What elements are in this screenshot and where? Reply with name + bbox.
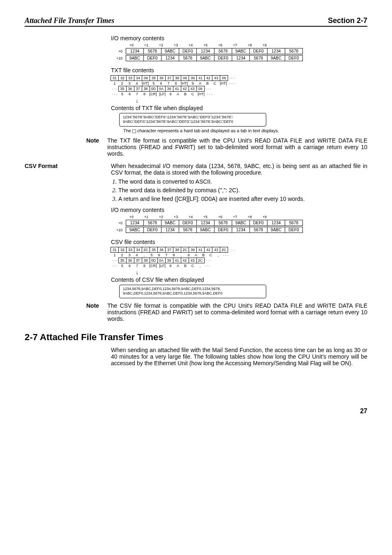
io-mem-row0-b: 123456789ABCDEF0123456789ABCDEF012345678 [126,220,303,226]
section-heading: 2-7 Attached File Transfer Times [25,332,367,343]
csv-steps: The word data is converted to ASCII. The… [111,178,367,203]
list-item: A return and line feed ([CR][LF]: 0D0A) … [118,196,367,203]
header-right: Section 2-7 [328,16,367,25]
txt-asc-row1: 1234[HT]5678[HT]9ABC[HT]· · · [111,81,367,86]
io-mem-row1-b: 9ABCDEF0123456789ABCDEF0123456789ABCDEF0 [126,227,303,233]
note-label: Note [86,137,99,157]
io-mem-title: I/O memory contents [111,35,367,41]
list-item: The word data is converted to ASCII. [118,178,367,185]
io-mem-title-2: I/O memory contents [111,207,367,213]
io-mem-table-wrap: +0 123456789ABCDEF0123456789ABCDEF012345… [111,47,367,61]
csv-hex-row1: 313233342C353637382C394142432C· · · [111,247,367,253]
note-body: The CSV file format is compatible with t… [107,302,367,322]
csv-asc-row2: · · ·5678[CR][LF]9ABC,· · · [111,263,367,268]
txt-hex-row1: 313233340935363738093941424309· · · [111,75,367,81]
csv-format-block: CSV Format When hexadecimal I/O memory d… [25,163,367,298]
io-mem-col-labels: +0+1+2+3+4+5+6+7+8+9 [124,43,367,47]
csv-disp-title: Contents of CSV file when displayed [111,276,367,283]
note-body: The TXT file format is compatible with t… [107,137,367,157]
io-mem-row1: 9ABCDEF0123456789ABCDEF0123456789ABCDEF0 [126,55,303,61]
io-memory-block-1: I/O memory contents +0+1+2+3+4+5+6+7+8+9… [111,35,367,133]
page-header: Attached File Transfer Times Section 2-7 [25,16,367,27]
io-mem-row0: 123456789ABCDEF0123456789ABCDEF012345678 [126,48,303,54]
tab-char-icon [132,129,136,133]
csv-asc-row1: 1234,5678,9ABC,· · · [111,253,367,258]
list-item: The word data is delimited by commas (",… [118,187,367,194]
csv-file-title: CSV file contents [111,239,367,245]
io-mem-col-labels-2: +0+1+2+3+4+5+6+7+8+9 [124,215,367,219]
csv-hex-row2: · · ·353637380D0A394142432C· · · [111,258,367,263]
note-label: Note [86,302,99,322]
txt-asc-row2: · · ·5678[CR][LF]9ABC[HT]· · · [111,92,367,97]
down-arrow-icon: ↓ [136,97,367,104]
csv-display-box: 1234,5678,9ABC,DEF0,1234,5678,9ABC,DEF0,… [119,285,266,298]
txt-display-box: 1234□5678□9ABC□DEF0□1234□5678□9ABC□DEF0□… [119,113,266,127]
txt-caption: The character represents a hard tab and … [123,128,367,133]
txt-disp-title: Contents of TXT file when displayed [111,105,367,111]
note-2: Note The CSV file format is compatible w… [86,302,367,322]
header-left: Attached File Transfer Times [25,16,114,25]
section-body: When sending an attached file with the M… [111,347,367,366]
csv-format-label: CSV Format [25,163,103,298]
txt-file-title: TXT file contents [111,67,367,74]
txt-hex-row2: · · ·353637380D0A3941424309· · · [111,86,367,92]
down-arrow-icon: ↓ [136,269,367,276]
note-1: Note The TXT file format is compatible w… [86,137,367,157]
page-number: 27 [25,408,367,415]
csv-intro: When hexadecimal I/O memory data (1234, … [111,163,367,176]
